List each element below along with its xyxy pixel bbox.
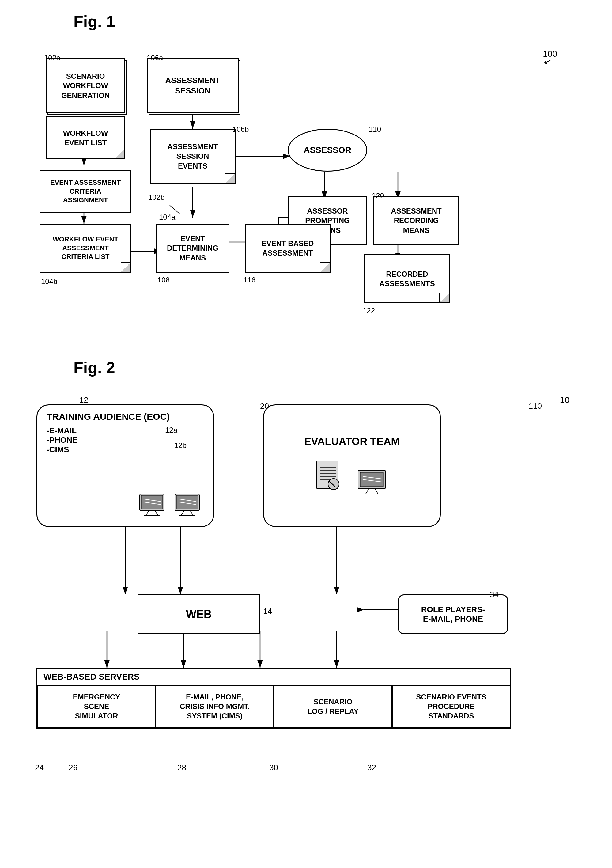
- workflow-criteria-box: WORKFLOW EVENTASSESSMENTCRITERIA LIST: [40, 224, 132, 273]
- event-based-box: EVENT BASEDASSESSMENT: [245, 224, 330, 273]
- assessment-recording-box: ASSESSMENTRECORDINGMEANS: [373, 196, 459, 245]
- label-108: 108: [157, 276, 170, 284]
- svg-point-48: [328, 479, 339, 490]
- evaluator-icons: [314, 460, 390, 496]
- svg-line-53: [375, 489, 378, 494]
- label-20: 20: [260, 401, 269, 411]
- label-122: 122: [363, 306, 375, 315]
- label-12b: 12b: [174, 441, 186, 450]
- server-cell-0: EMERGENCYSCENESIMULATOR: [37, 685, 156, 728]
- svg-line-52: [366, 489, 369, 494]
- monitors-container: [138, 492, 204, 517]
- evaluator-team-title: EVALUATOR TEAM: [304, 436, 400, 447]
- label-30: 30: [269, 763, 278, 772]
- fig2-title: Fig. 2: [73, 358, 593, 377]
- training-audience-title: TRAINING AUDIENCE (EOC): [46, 411, 170, 422]
- role-players-text: ROLE PLAYERS-E-MAIL, PHONE: [421, 605, 485, 624]
- server-cell-3: SCENARIO EVENTSPROCEDURESTANDARDS: [392, 685, 510, 728]
- web-box: WEB: [138, 594, 260, 634]
- svg-line-31: [155, 511, 158, 515]
- recorded-assessments-text: RECORDEDASSESSMENTS: [379, 269, 435, 288]
- server-title: WEB-BASED SERVERS: [37, 669, 510, 685]
- event-based-text: EVENT BASEDASSESSMENT: [262, 239, 314, 258]
- event-determining-box: EVENTDETERMININGMEANS: [156, 224, 229, 273]
- workflow-event-list-text: WORKFLOWEVENT LIST: [63, 129, 108, 147]
- assessment-recording-text: ASSESSMENTRECORDINGMEANS: [391, 206, 442, 235]
- label-102b: 102b: [148, 193, 164, 202]
- label-102a: 102a: [44, 54, 60, 62]
- label-32: 32: [367, 763, 376, 772]
- monitor-icon-1: [138, 492, 169, 517]
- page: Fig. 1: [0, 0, 612, 868]
- assessment-events-text: ASSESSMENTSESSIONEVENTS: [167, 142, 218, 170]
- scenario-workflow-box: SCENARIOWORKFLOWGENERATION: [46, 58, 125, 113]
- label-110-fig2: 110: [529, 401, 542, 411]
- svg-line-30: [146, 511, 149, 515]
- label-12: 12: [79, 395, 88, 405]
- event-determining-text: EVENTDETERMININGMEANS: [167, 234, 218, 263]
- event-assessment-box: EVENT ASSESSMENTCRITERIAASSIGNMENT: [40, 170, 132, 213]
- assessment-session-text: ASSESSMENTSESSION: [165, 75, 220, 96]
- label-24: 24: [35, 763, 44, 772]
- server-cell-1: E-MAIL, PHONE,CRISIS INFO MGMT.SYSTEM (C…: [156, 685, 274, 728]
- label-26: 26: [69, 763, 77, 772]
- workflow-event-list-box: WORKFLOWEVENT LIST: [46, 116, 125, 159]
- label-116: 116: [243, 276, 256, 284]
- fig1-title: Fig. 1: [73, 12, 593, 31]
- server-cell-2: SCENARIOLOG / REPLAY: [274, 685, 392, 728]
- monitor-icon-2: [174, 492, 204, 517]
- workflow-criteria-text: WORKFLOW EVENTASSESSMENTCRITERIA LIST: [53, 235, 118, 261]
- training-audience-box: TRAINING AUDIENCE (EOC) -E-MAIL -PHONE -…: [36, 405, 214, 527]
- label-14: 14: [263, 607, 272, 616]
- label-104b: 104b: [41, 277, 57, 286]
- web-servers-box: WEB-BASED SERVERS EMERGENCYSCENESIMULATO…: [36, 668, 511, 728]
- svg-line-38: [190, 511, 193, 515]
- evaluator-team-box: EVALUATOR TEAM: [263, 405, 441, 527]
- scenario-workflow-text: SCENARIOWORKFLOWGENERATION: [61, 71, 110, 100]
- svg-line-37: [181, 511, 184, 515]
- label-110: 110: [369, 125, 381, 133]
- label-106a: 106a: [147, 54, 163, 62]
- event-assessment-text: EVENT ASSESSMENTCRITERIAASSIGNMENT: [50, 178, 121, 205]
- evaluator-monitor-icon: [356, 469, 390, 496]
- label-34: 34: [490, 590, 499, 599]
- assessment-session-box: ASSESSMENTSESSION: [147, 58, 239, 113]
- recorded-assessments-box: RECORDEDASSESSMENTS: [364, 254, 450, 303]
- training-email: -E-MAIL: [46, 426, 77, 436]
- server-cells: EMERGENCYSCENESIMULATOR E-MAIL, PHONE,CR…: [37, 685, 510, 728]
- fig2-container: TRAINING AUDIENCE (EOC) -E-MAIL -PHONE -…: [30, 386, 582, 868]
- role-players-box: ROLE PLAYERS-E-MAIL, PHONE: [398, 594, 508, 634]
- assessor-text: ASSESSOR: [304, 145, 351, 155]
- label-104a: 104a: [159, 213, 175, 222]
- training-cims: -CIMS: [46, 445, 69, 454]
- assessment-events-box: ASSESSMENTSESSIONEVENTS: [150, 129, 236, 184]
- label-28: 28: [177, 763, 186, 772]
- assessor-ellipse: ASSESSOR: [288, 129, 367, 172]
- label-120: 120: [372, 192, 384, 200]
- training-phone: -PHONE: [46, 436, 77, 445]
- web-text: WEB: [186, 607, 212, 622]
- label-106b: 106b: [232, 125, 249, 133]
- label-10: 10: [560, 395, 569, 405]
- label-12a: 12a: [165, 426, 177, 434]
- fig1-container: SCENARIOWORKFLOWGENERATION 102a WORKFLOW…: [30, 40, 582, 340]
- document-icon: [314, 460, 344, 496]
